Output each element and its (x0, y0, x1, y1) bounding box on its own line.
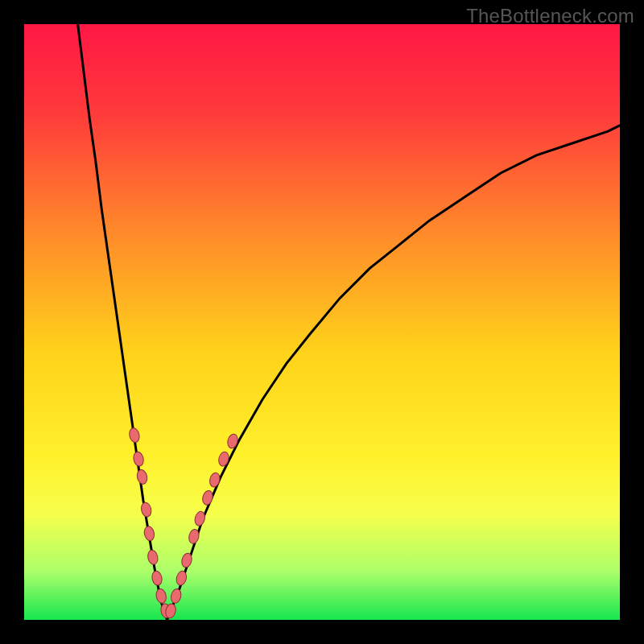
chart-container: TheBottleneck.com (0, 0, 644, 644)
gradient-background (24, 24, 620, 620)
plot-svg (24, 24, 620, 620)
plot-area (24, 24, 620, 620)
